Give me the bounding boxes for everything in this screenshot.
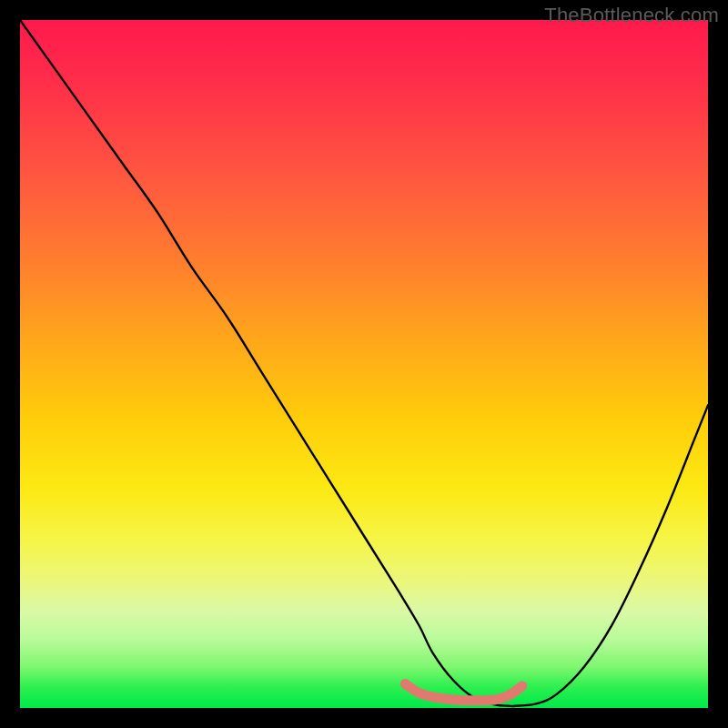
chart-svg bbox=[20, 20, 708, 708]
watermark-text: TheBottleneck.com bbox=[544, 4, 719, 27]
plot-area bbox=[20, 20, 708, 708]
bottleneck-curve-line bbox=[20, 20, 708, 706]
optimal-range-highlight bbox=[405, 684, 522, 701]
chart-container: TheBottleneck.com bbox=[0, 0, 728, 728]
